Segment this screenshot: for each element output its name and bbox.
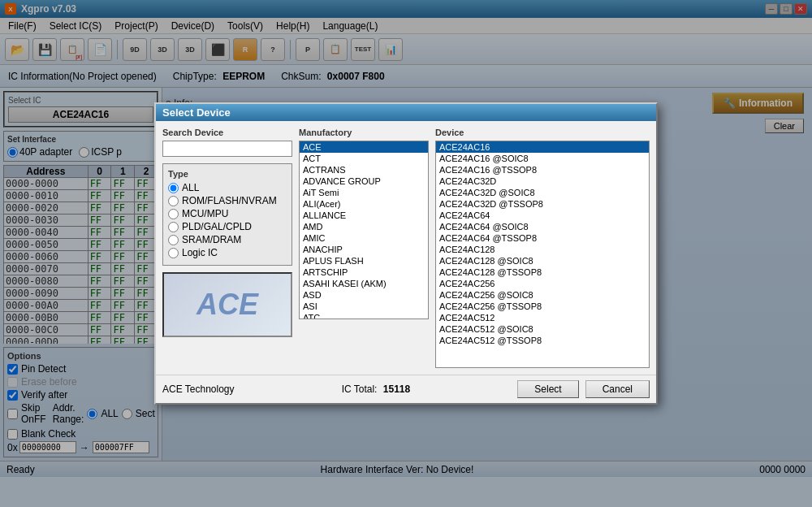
device-item[interactable]: ACE24AC512 @TSSOP8 [436, 335, 649, 346]
device-item[interactable]: ACE24AC128 [436, 244, 649, 255]
type-radio-2[interactable]: MCU/MPU [168, 208, 287, 219]
device-list[interactable]: ACE24AC16ACE24AC16 @SOIC8ACE24AC16 @TSSO… [435, 141, 650, 368]
manufactory-item[interactable]: ACTRANS [300, 164, 428, 176]
footer-ic-total: IC Total: 15118 [342, 384, 411, 395]
manufactory-item[interactable]: ARTSCHIP [300, 266, 428, 278]
device-item[interactable]: ACE24AC16 @SOIC8 [436, 153, 649, 164]
type-group: Type ALLROM/FLASH/NVRAMMCU/MPUPLD/GAL/CP… [162, 163, 292, 266]
footer-buttons: Select Cancel [517, 380, 650, 398]
device-item[interactable]: ACE24AC256 @TSSOP8 [436, 301, 649, 312]
type-radio-5[interactable]: Logic IC [168, 247, 287, 258]
device-item[interactable]: ACE24AC256 @SOIC8 [436, 289, 649, 301]
device-item[interactable]: ACE24AC128 @SOIC8 [436, 255, 649, 266]
manufactory-item[interactable]: ALLIANCE [300, 210, 428, 221]
device-item[interactable]: ACE24AC32D [436, 176, 649, 187]
type-radio-1[interactable]: ROM/FLASH/NVRAM [168, 195, 287, 206]
manufactory-item[interactable]: ASI [300, 301, 428, 312]
type-radio-0[interactable]: ALL [168, 182, 287, 193]
manufactory-item[interactable]: APLUS FLASH [300, 255, 428, 266]
manufactory-item[interactable]: AMIC [300, 232, 428, 244]
device-item[interactable]: ACE24AC128 @TSSOP8 [436, 266, 649, 278]
manufactory-title: Manufactory [299, 128, 429, 137]
search-panel: Search Device Type ALLROM/FLASH/NVRAMMCU… [162, 128, 292, 368]
device-item[interactable]: ACE24AC256 [436, 278, 649, 289]
device-item[interactable]: ACE24AC16 [436, 141, 649, 153]
manufactory-item[interactable]: ACE [300, 141, 428, 153]
device-item[interactable]: ACE24AC512 [436, 312, 649, 323]
manufactory-list[interactable]: ACEACTACTRANSADVANCE GROUPAiT SemiALI(Ac… [299, 141, 429, 319]
manufactory-item[interactable]: ATC [300, 312, 428, 319]
modal-footer: ACE Technology IC Total: 15118 Select Ca… [156, 375, 656, 403]
manufactory-item[interactable]: ALI(Acer) [300, 198, 428, 210]
device-panel-title: Device [435, 128, 650, 137]
manufactory-item[interactable]: AiT Semi [300, 187, 428, 198]
manufactory-item[interactable]: ASAHI KASEI (AKM) [300, 278, 428, 289]
device-item[interactable]: ACE24AC32D @SOIC8 [436, 187, 649, 198]
device-item[interactable]: ACE24AC16 @TSSOP8 [436, 164, 649, 176]
manufactory-item[interactable]: AMD [300, 221, 428, 232]
modal-overlay: Select Device Search Device Type ALLROM/… [0, 0, 812, 507]
device-item[interactable]: ACE24AC64 [436, 210, 649, 221]
footer-manufacturer: ACE Technology [162, 384, 235, 395]
manufactory-item[interactable]: ANACHIP [300, 244, 428, 255]
device-panel: Device ACE24AC16ACE24AC16 @SOIC8ACE24AC1… [435, 128, 650, 368]
modal-title: Select Device [156, 104, 656, 121]
cancel-button[interactable]: Cancel [585, 380, 650, 398]
search-panel-title: Search Device [162, 128, 292, 137]
type-radio-4[interactable]: SRAM/DRAM [168, 234, 287, 245]
device-item[interactable]: ACE24AC32D @TSSOP8 [436, 198, 649, 210]
device-item[interactable]: ACE24AC512 @SOIC8 [436, 323, 649, 335]
manufacturer-preview: ACE [162, 272, 292, 337]
type-title: Type [168, 169, 287, 179]
type-radio-3[interactable]: PLD/GAL/CPLD [168, 221, 287, 232]
preview-text: ACE [197, 288, 258, 322]
select-button[interactable]: Select [517, 380, 578, 398]
search-device-input[interactable] [162, 141, 292, 157]
device-item[interactable]: ACE24AC64 @SOIC8 [436, 221, 649, 232]
modal-content: Search Device Type ALLROM/FLASH/NVRAMMCU… [156, 121, 656, 375]
select-device-modal: Select Device Search Device Type ALLROM/… [154, 102, 658, 405]
device-item[interactable]: ACE24AC64 @TSSOP8 [436, 232, 649, 244]
manufactory-panel: Manufactory ACEACTACTRANSADVANCE GROUPAi… [299, 128, 429, 368]
manufactory-item[interactable]: ACT [300, 153, 428, 164]
manufactory-item[interactable]: ASD [300, 289, 428, 301]
manufactory-item[interactable]: ADVANCE GROUP [300, 176, 428, 187]
